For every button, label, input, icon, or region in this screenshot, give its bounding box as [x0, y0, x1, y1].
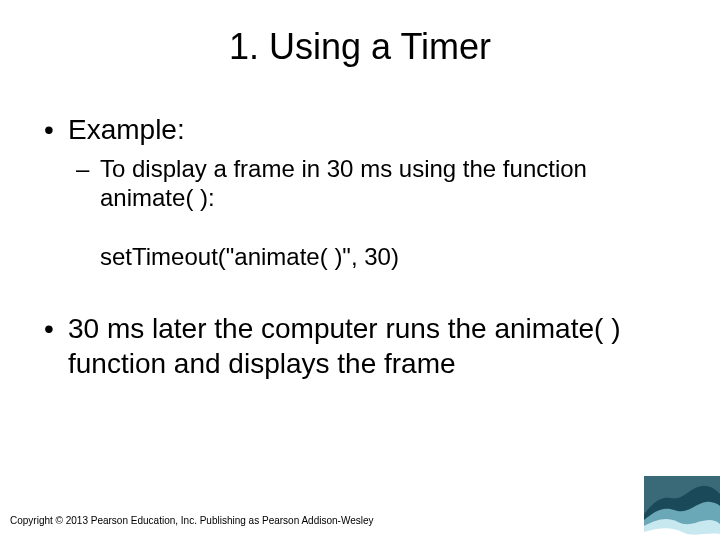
- slide-body: Example: To display a frame in 30 ms usi…: [0, 78, 720, 381]
- bullet-result: 30 ms later the computer runs the animat…: [40, 311, 680, 381]
- bullet-sub-display-text: To display a frame in 30 ms using the fu…: [100, 155, 587, 211]
- bullet-example: Example:: [40, 112, 680, 147]
- slide-title: 1. Using a Timer: [0, 0, 720, 78]
- code-line: setTimeout("animate( )", 30): [40, 243, 680, 272]
- slide: 1. Using a Timer Example: To display a f…: [0, 0, 720, 540]
- code-text: setTimeout("animate( )", 30): [100, 243, 399, 270]
- bullet-result-text: 30 ms later the computer runs the animat…: [68, 313, 620, 379]
- wave-image: [644, 476, 720, 540]
- bullet-sub-display: To display a frame in 30 ms using the fu…: [40, 155, 680, 213]
- copyright-footer: Copyright © 2013 Pearson Education, Inc.…: [10, 515, 374, 526]
- bullet-example-text: Example:: [68, 114, 185, 145]
